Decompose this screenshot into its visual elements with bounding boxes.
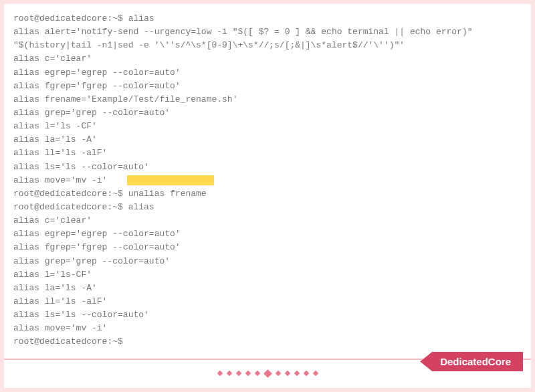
diamond-icon xyxy=(217,371,222,376)
diamond-icon xyxy=(284,371,290,376)
terminal-line: alias ls='ls --color=auto' xyxy=(13,308,522,322)
highlight-marker xyxy=(127,175,214,185)
terminal-line: alias la='ls -A' xyxy=(13,133,522,146)
terminal-line: alias move='mv -i' xyxy=(13,322,522,335)
diamond-icon xyxy=(235,371,241,376)
terminal-frame: root@dedicatedcore:~$ aliasalias alert='… xyxy=(0,0,535,392)
terminal-line: alias move='mv -i' xyxy=(13,174,522,187)
diamond-icon xyxy=(263,369,272,378)
terminal-line: alias grep='grep --color=auto' xyxy=(13,106,522,120)
diamond-icon xyxy=(294,371,299,376)
terminal-line: alias c='clear' xyxy=(13,52,522,66)
terminal-line: alias fgrep='fgrep --color=auto' xyxy=(13,241,522,254)
dots-decoration xyxy=(218,371,318,377)
diamond-icon xyxy=(226,371,231,376)
terminal-line: alias fgrep='fgrep --color=auto' xyxy=(13,80,522,93)
terminal-line: root@dedicatedcore:~$ unalias frename xyxy=(13,187,522,201)
terminal-line: root@dedicatedcore:~$ alias xyxy=(13,12,522,25)
diamond-icon xyxy=(312,371,318,376)
footer: DedicatedCore xyxy=(4,360,531,387)
terminal-line: alias l='ls-CF' xyxy=(13,268,522,282)
terminal-line: alias egrep='egrep --color=auto' xyxy=(13,66,522,80)
terminal-line: alias grep='grep --color=auto' xyxy=(13,255,522,268)
diamond-icon xyxy=(275,371,280,376)
terminal-text: alias move='mv -i' xyxy=(13,175,107,185)
diamond-icon xyxy=(245,371,250,376)
diamond-icon xyxy=(254,371,259,376)
diamond-icon xyxy=(303,371,308,376)
terminal-line: alias ls='ls --color=auto' xyxy=(13,161,522,174)
terminal-line: alias c='clear' xyxy=(13,214,522,227)
terminal-line: alias egrep='egrep --color=auto' xyxy=(13,227,522,241)
terminal-line: alias l='ls -CF' xyxy=(13,120,522,133)
terminal-line: alias la='ls -A' xyxy=(13,282,522,295)
terminal-line: "$(history|tail -n1|sed -e '\''s/^\s*[0-… xyxy=(13,39,522,52)
terminal-line: alias frename='Example/Test/file_rename.… xyxy=(13,93,522,106)
terminal-line: root@dedicatedcore:~$ alias xyxy=(13,201,522,214)
terminal-line: root@dedicatedcore:~$ xyxy=(13,335,522,349)
terminal-line: alias ll='ls -alF' xyxy=(13,295,522,308)
terminal-output[interactable]: root@dedicatedcore:~$ aliasalias alert='… xyxy=(4,4,531,359)
brand-badge: DedicatedCore xyxy=(420,352,523,371)
terminal-line: alias ll='ls -alF' xyxy=(13,146,522,160)
terminal-line: alias alert='notify-send --urgency=low -… xyxy=(13,25,522,39)
